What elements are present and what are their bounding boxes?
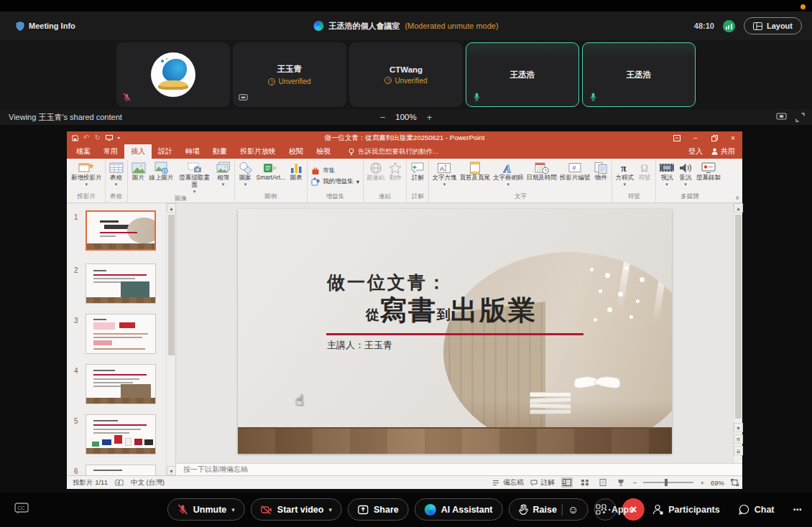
sign-in-link: 登入 xyxy=(688,146,703,157)
chat-bubble-icon xyxy=(739,504,749,515)
participants-button[interactable]: Participants xyxy=(652,504,720,515)
ribbon-group-media: 視訊▾ 音訊▾ 螢幕錄製 多媒體 xyxy=(656,160,724,202)
tab-view: 檢視 xyxy=(310,144,337,159)
ribbon-display-options-button xyxy=(668,131,686,144)
display-icon[interactable] xyxy=(776,113,787,121)
thumb-scroll-up-icon: ▲ xyxy=(167,203,176,213)
zoom-out-icon: − xyxy=(633,479,637,487)
zoom-out-button[interactable]: − xyxy=(380,112,386,123)
next-slide-icon: ⇊ xyxy=(734,446,743,455)
slide-thumbnail-4 xyxy=(86,364,156,404)
current-slide: 做一位文青： 從寫書到出版業 主講人：王玉青 xyxy=(238,209,672,454)
unverified-icon: ? xyxy=(384,77,392,84)
meeting-info-label: Meeting Info xyxy=(29,22,75,30)
ai-assistant-button[interactable]: AI Assistant xyxy=(415,498,503,521)
start-video-button[interactable]: Start video▾ xyxy=(251,498,342,521)
object-button: 物件 xyxy=(591,160,610,182)
comments-toggle: 註解 xyxy=(530,478,555,488)
photo-album-button: 相簿▾ xyxy=(214,160,233,187)
shapes-button: 圖案▾ xyxy=(236,160,255,187)
ribbon-group-links: 超連結 動作 連結 xyxy=(364,160,407,202)
pictures-button: 圖片 xyxy=(129,160,148,182)
thumbnail-scrollbar: ▲ ▼ xyxy=(166,203,175,475)
ribbon-group-symbols: π 方程式▾ Ω 符號 符號 xyxy=(612,160,656,202)
unverified-icon: ? xyxy=(268,78,275,85)
scroll-up-icon: ▲ xyxy=(734,203,743,213)
zoom-percent: 69% xyxy=(711,479,724,487)
slide-thumbnail-1 xyxy=(86,210,156,251)
table-button: 表格▾ xyxy=(107,160,126,187)
save-icon xyxy=(72,135,78,141)
mic-active-icon xyxy=(472,92,481,101)
participant-name: 王玉青 xyxy=(277,64,303,75)
raise-hand-icon xyxy=(519,504,528,515)
chat-button[interactable]: Chat xyxy=(739,504,775,515)
camera-off-icon xyxy=(261,505,272,515)
meeting-room-title: 王丞浩的個人會議室 xyxy=(328,21,400,32)
connection-quality-icon[interactable] xyxy=(723,20,735,32)
tab-file: 檔案 xyxy=(70,144,97,159)
unverified-badge: ?Unverified xyxy=(268,78,310,85)
video-tile-wang-cheng-hao-2[interactable]: 王丞浩 xyxy=(582,42,696,107)
ribbon-group-comments: 註解 註解 xyxy=(407,160,429,202)
notes-area: 按一下以新增備忘稿 xyxy=(176,463,742,475)
reading-view-button xyxy=(597,477,609,488)
slide-title-line2: 從寫書到出版業 xyxy=(366,292,537,329)
apps-grid-icon xyxy=(596,504,606,515)
raise-hand-button[interactable]: Raise ☺ xyxy=(509,498,589,521)
apps-button[interactable]: Apps xyxy=(596,504,634,515)
participant-name: CTWang xyxy=(389,65,423,74)
layout-button[interactable]: Layout xyxy=(744,17,802,34)
share-screen-icon xyxy=(358,505,369,515)
video-caret-icon[interactable]: ▾ xyxy=(328,506,332,513)
avatar-logo-base xyxy=(158,80,188,90)
scroll-down-icon: ▼ xyxy=(734,423,743,432)
slide-thumbnail-5 xyxy=(86,414,156,454)
meeting-header: Meeting Info 王丞浩的個人會議室 (Moderated unmute… xyxy=(0,11,812,40)
powerpoint-window: ↶ ↻ ▾ 做一位文青：從寫書到出版業20250621 - PowerPoint… xyxy=(67,131,742,489)
avatar xyxy=(151,52,195,97)
expand-icon[interactable] xyxy=(795,113,805,122)
unmute-button[interactable]: Unmute▾ xyxy=(167,498,245,521)
video-tile-logo[interactable] xyxy=(116,42,230,107)
closed-captions-button[interactable]: CC xyxy=(14,503,29,518)
overflow-menu-button[interactable]: ⋯ xyxy=(793,504,803,515)
unverified-badge: ?Unverified xyxy=(384,77,427,85)
thumb-scrollbar-thumb xyxy=(168,215,175,355)
slide-sorter-view-button xyxy=(579,477,591,488)
svg-text:π: π xyxy=(621,163,627,174)
tab-insert: 插入 xyxy=(124,144,152,159)
ribbon-group-slides: 新增投影片▾ 投影片 xyxy=(68,160,106,202)
unmute-caret-icon[interactable]: ▾ xyxy=(231,506,235,513)
language-indicator: 中文 (台灣) xyxy=(131,478,165,488)
video-tile-wang-yu-qing[interactable]: 王玉青 ?Unverified xyxy=(233,42,346,107)
zoom-in-icon: + xyxy=(700,479,704,487)
shared-content-stage: ↶ ↻ ▾ 做一位文青：從寫書到出版業20250621 - PowerPoint… xyxy=(0,125,812,493)
zoom-slider-thumb xyxy=(665,479,668,486)
meeting-info-button[interactable]: Meeting Info xyxy=(16,22,75,31)
participants-icon xyxy=(652,504,663,515)
reactions-smiley-icon[interactable]: ☺ xyxy=(568,503,578,516)
mic-muted-icon xyxy=(122,93,132,102)
normal-view-button xyxy=(561,477,573,488)
avatar-logo-shape xyxy=(162,59,187,82)
slide-thumbnail-2 xyxy=(86,264,156,304)
ribbon-group-images: 圖片 線上圖片 螢幕擷取畫面▾ 相簿▾ 圖像 xyxy=(128,160,235,202)
mic-active-icon xyxy=(589,92,598,101)
thumb-number-3: 3 xyxy=(74,317,78,325)
slide-thumbnail-6 xyxy=(86,465,156,475)
spellcheck-icon xyxy=(115,479,124,487)
shield-icon xyxy=(16,22,24,31)
lightbulb-icon xyxy=(349,148,354,156)
slide-counter: 投影片 1/11 xyxy=(73,478,108,488)
video-tile-wang-cheng-hao-1[interactable]: 王丞浩 xyxy=(466,42,579,107)
slide-title-line1: 做一位文青： xyxy=(327,271,448,294)
canvas-scrollbar: ▲ ▼ ⇈ ⇊ xyxy=(733,203,742,463)
video-tile-ctwang[interactable]: CTWang ?Unverified xyxy=(349,42,463,107)
screen-recording-button: 螢幕錄製 xyxy=(695,160,722,182)
share-button[interactable]: Share xyxy=(348,498,409,521)
viewing-bar: Viewing 王玉青's shared content − 100% + xyxy=(0,109,812,125)
wordart-button: A 文字藝術師▾ xyxy=(492,160,525,187)
comment-button: 註解 xyxy=(408,160,427,182)
zoom-in-button[interactable]: + xyxy=(427,112,433,123)
